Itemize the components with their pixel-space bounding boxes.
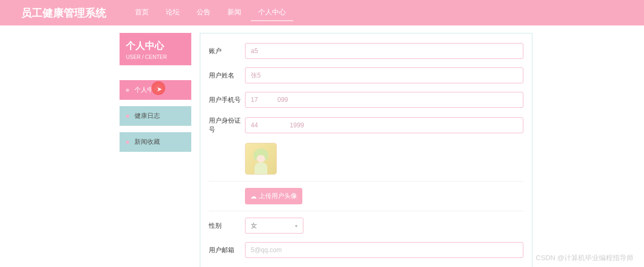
sidebar: 个人中心 USER / CENTER 个人中心 ➤ 健康日志 新闻收藏 xyxy=(120,33,191,267)
username-input[interactable] xyxy=(245,67,523,83)
nav-forum[interactable]: 论坛 xyxy=(158,4,187,21)
cursor-arrow-icon: ➤ xyxy=(157,85,162,93)
divider xyxy=(209,211,523,211)
sidebar-title: 个人中心 xyxy=(126,39,185,52)
main-panel: 账户 用户姓名 用户手机号 用户身份证号 xyxy=(200,33,532,267)
avatar-image[interactable] xyxy=(245,143,277,175)
upload-avatar-button[interactable]: ☁ 上传用户头像 xyxy=(245,188,302,204)
divider xyxy=(209,181,523,182)
label-idcard: 用户身份证号 xyxy=(209,116,245,134)
nav-notice[interactable]: 公告 xyxy=(189,4,218,21)
nav-user-center[interactable]: 个人中心 xyxy=(251,4,293,21)
app-logo: 员工健康管理系统 xyxy=(21,6,106,20)
sidebar-item-news-favorites[interactable]: 新闻收藏 xyxy=(120,132,191,152)
label-account: 账户 xyxy=(209,47,245,56)
sidebar-subtitle: USER / CENTER xyxy=(126,54,185,60)
phone-input[interactable] xyxy=(245,92,523,108)
account-input[interactable] xyxy=(245,43,523,59)
label-phone: 用户手机号 xyxy=(209,96,245,105)
sidebar-item-health-log[interactable]: 健康日志 xyxy=(120,106,191,126)
gender-select[interactable]: 女 ▾ xyxy=(245,218,303,234)
idcard-input[interactable] xyxy=(245,117,523,133)
email-input[interactable] xyxy=(245,242,523,258)
chevron-down-icon: ▾ xyxy=(295,223,298,229)
label-email: 用户邮箱 xyxy=(209,246,245,255)
sidebar-item-user-center[interactable]: 个人中心 ➤ xyxy=(120,80,191,100)
watermark-text: CSDN @计算机毕业编程指导师 xyxy=(536,253,633,263)
nav-home[interactable]: 首页 xyxy=(128,4,156,21)
upload-button-label: 上传用户头像 xyxy=(259,192,297,201)
sidebar-item-label: 健康日志 xyxy=(134,111,160,120)
top-nav: 首页 论坛 公告 新闻 个人中心 xyxy=(128,4,293,21)
sidebar-header: 个人中心 USER / CENTER xyxy=(120,33,191,65)
label-gender: 性别 xyxy=(209,221,245,230)
gender-value: 女 xyxy=(251,221,257,230)
dot-icon xyxy=(126,141,129,144)
dot-icon xyxy=(126,89,129,92)
top-header: 员工健康管理系统 首页 论坛 公告 新闻 个人中心 xyxy=(0,0,644,25)
nav-news[interactable]: 新闻 xyxy=(220,4,249,21)
cloud-upload-icon: ☁ xyxy=(250,193,257,200)
sidebar-item-label: 新闻收藏 xyxy=(134,137,160,147)
label-username: 用户姓名 xyxy=(209,71,245,80)
dot-icon xyxy=(126,115,129,118)
